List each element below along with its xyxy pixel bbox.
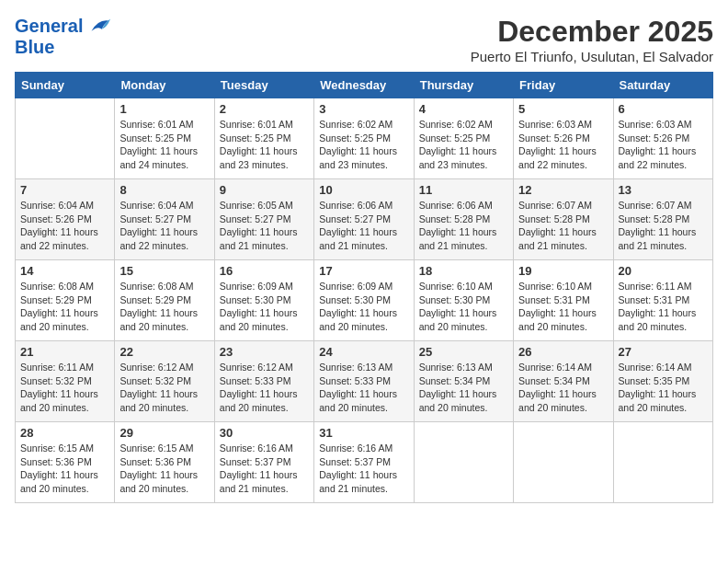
day-number: 24 — [319, 345, 408, 359]
day-number: 3 — [319, 102, 408, 116]
cell-content: Sunrise: 6:11 AM Sunset: 5:31 PM Dayligh… — [619, 280, 708, 334]
calendar-cell: 12Sunrise: 6:07 AM Sunset: 5:28 PM Dayli… — [514, 179, 613, 260]
day-number: 10 — [319, 183, 408, 197]
day-number: 19 — [518, 264, 608, 278]
calendar-cell: 30Sunrise: 6:16 AM Sunset: 5:37 PM Dayli… — [214, 422, 313, 503]
cell-content: Sunrise: 6:01 AM Sunset: 5:25 PM Dayligh… — [119, 118, 209, 172]
calendar-cell: 6Sunrise: 6:03 AM Sunset: 5:26 PM Daylig… — [613, 98, 712, 179]
day-number: 4 — [419, 102, 508, 116]
page-header: General Blue December 2025 Puerto El Tri… — [15, 15, 713, 64]
cell-content: Sunrise: 6:12 AM Sunset: 5:32 PM Dayligh… — [119, 361, 209, 415]
day-number: 12 — [518, 183, 608, 197]
calendar-cell: 27Sunrise: 6:14 AM Sunset: 5:35 PM Dayli… — [613, 341, 712, 422]
calendar-cell: 24Sunrise: 6:13 AM Sunset: 5:33 PM Dayli… — [314, 341, 414, 422]
cell-content: Sunrise: 6:05 AM Sunset: 5:27 PM Dayligh… — [220, 199, 309, 253]
location-subtitle: Puerto El Triunfo, Usulutan, El Salvador — [471, 49, 713, 64]
cell-content: Sunrise: 6:07 AM Sunset: 5:28 PM Dayligh… — [518, 199, 608, 253]
calendar-cell: 17Sunrise: 6:09 AM Sunset: 5:30 PM Dayli… — [314, 260, 414, 341]
day-number: 9 — [220, 183, 309, 197]
day-number: 21 — [20, 345, 109, 359]
day-header-wednesday: Wednesday — [314, 73, 414, 98]
cell-content: Sunrise: 6:06 AM Sunset: 5:27 PM Dayligh… — [319, 199, 408, 253]
calendar-cell: 1Sunrise: 6:01 AM Sunset: 5:25 PM Daylig… — [115, 98, 214, 179]
cell-content: Sunrise: 6:08 AM Sunset: 5:29 PM Dayligh… — [20, 280, 109, 334]
day-number: 30 — [220, 426, 309, 440]
calendar-cell: 20Sunrise: 6:11 AM Sunset: 5:31 PM Dayli… — [613, 260, 712, 341]
day-number: 29 — [119, 426, 209, 440]
day-number: 15 — [119, 264, 209, 278]
calendar-cell — [16, 98, 115, 179]
logo-blue: Blue — [15, 37, 112, 57]
cell-content: Sunrise: 6:10 AM Sunset: 5:30 PM Dayligh… — [419, 280, 508, 334]
calendar-cell: 22Sunrise: 6:12 AM Sunset: 5:32 PM Dayli… — [115, 341, 214, 422]
calendar-week-row: 7Sunrise: 6:04 AM Sunset: 5:26 PM Daylig… — [16, 179, 713, 260]
calendar-cell: 23Sunrise: 6:12 AM Sunset: 5:33 PM Dayli… — [214, 341, 313, 422]
cell-content: Sunrise: 6:09 AM Sunset: 5:30 PM Dayligh… — [220, 280, 309, 334]
calendar-week-row: 21Sunrise: 6:11 AM Sunset: 5:32 PM Dayli… — [16, 341, 713, 422]
calendar-cell: 14Sunrise: 6:08 AM Sunset: 5:29 PM Dayli… — [16, 260, 115, 341]
calendar-cell: 5Sunrise: 6:03 AM Sunset: 5:26 PM Daylig… — [514, 98, 613, 179]
cell-content: Sunrise: 6:13 AM Sunset: 5:33 PM Dayligh… — [319, 361, 408, 415]
cell-content: Sunrise: 6:15 AM Sunset: 5:36 PM Dayligh… — [119, 442, 209, 496]
day-header-thursday: Thursday — [414, 73, 513, 98]
calendar-cell: 2Sunrise: 6:01 AM Sunset: 5:25 PM Daylig… — [214, 98, 313, 179]
cell-content: Sunrise: 6:03 AM Sunset: 5:26 PM Dayligh… — [619, 118, 708, 172]
day-number: 17 — [319, 264, 408, 278]
cell-content: Sunrise: 6:02 AM Sunset: 5:25 PM Dayligh… — [319, 118, 408, 172]
day-header-tuesday: Tuesday — [214, 73, 313, 98]
day-number: 2 — [220, 102, 309, 116]
title-block: December 2025 Puerto El Triunfo, Usuluta… — [471, 15, 713, 64]
cell-content: Sunrise: 6:04 AM Sunset: 5:27 PM Dayligh… — [119, 199, 209, 253]
day-number: 27 — [619, 345, 708, 359]
calendar-cell: 8Sunrise: 6:04 AM Sunset: 5:27 PM Daylig… — [115, 179, 214, 260]
day-number: 6 — [619, 102, 708, 116]
calendar-cell: 29Sunrise: 6:15 AM Sunset: 5:36 PM Dayli… — [115, 422, 214, 503]
logo: General Blue — [15, 15, 112, 57]
calendar-week-row: 28Sunrise: 6:15 AM Sunset: 5:36 PM Dayli… — [16, 422, 713, 503]
calendar-cell — [514, 422, 613, 503]
day-number: 14 — [20, 264, 109, 278]
day-number: 16 — [220, 264, 309, 278]
day-number: 7 — [20, 183, 109, 197]
cell-content: Sunrise: 6:06 AM Sunset: 5:28 PM Dayligh… — [419, 199, 508, 253]
day-header-sunday: Sunday — [16, 73, 115, 98]
calendar-cell: 4Sunrise: 6:02 AM Sunset: 5:25 PM Daylig… — [414, 98, 513, 179]
cell-content: Sunrise: 6:15 AM Sunset: 5:36 PM Dayligh… — [20, 442, 109, 496]
calendar-cell: 28Sunrise: 6:15 AM Sunset: 5:36 PM Dayli… — [16, 422, 115, 503]
day-header-friday: Friday — [514, 73, 613, 98]
cell-content: Sunrise: 6:12 AM Sunset: 5:33 PM Dayligh… — [220, 361, 309, 415]
calendar-cell: 9Sunrise: 6:05 AM Sunset: 5:27 PM Daylig… — [214, 179, 313, 260]
calendar-cell: 18Sunrise: 6:10 AM Sunset: 5:30 PM Dayli… — [414, 260, 513, 341]
calendar-header-row: SundayMondayTuesdayWednesdayThursdayFrid… — [16, 73, 713, 98]
cell-content: Sunrise: 6:04 AM Sunset: 5:26 PM Dayligh… — [20, 199, 109, 253]
calendar-cell: 15Sunrise: 6:08 AM Sunset: 5:29 PM Dayli… — [115, 260, 214, 341]
day-header-saturday: Saturday — [613, 73, 712, 98]
day-number: 18 — [419, 264, 508, 278]
calendar-cell — [414, 422, 513, 503]
calendar-week-row: 1Sunrise: 6:01 AM Sunset: 5:25 PM Daylig… — [16, 98, 713, 179]
day-number: 11 — [419, 183, 508, 197]
day-number: 31 — [319, 426, 408, 440]
calendar-cell — [613, 422, 712, 503]
day-number: 22 — [119, 345, 209, 359]
day-header-monday: Monday — [115, 73, 214, 98]
calendar-cell: 3Sunrise: 6:02 AM Sunset: 5:25 PM Daylig… — [314, 98, 414, 179]
day-number: 13 — [619, 183, 708, 197]
cell-content: Sunrise: 6:13 AM Sunset: 5:34 PM Dayligh… — [419, 361, 508, 415]
month-title: December 2025 — [471, 15, 713, 49]
logo-bird-icon — [85, 15, 112, 37]
calendar-cell: 13Sunrise: 6:07 AM Sunset: 5:28 PM Dayli… — [613, 179, 712, 260]
cell-content: Sunrise: 6:10 AM Sunset: 5:31 PM Dayligh… — [518, 280, 608, 334]
calendar-cell: 25Sunrise: 6:13 AM Sunset: 5:34 PM Dayli… — [414, 341, 513, 422]
calendar-cell: 26Sunrise: 6:14 AM Sunset: 5:34 PM Dayli… — [514, 341, 613, 422]
day-number: 25 — [419, 345, 508, 359]
cell-content: Sunrise: 6:07 AM Sunset: 5:28 PM Dayligh… — [619, 199, 708, 253]
day-number: 5 — [518, 102, 608, 116]
logo-general: General — [15, 16, 83, 36]
calendar-week-row: 14Sunrise: 6:08 AM Sunset: 5:29 PM Dayli… — [16, 260, 713, 341]
cell-content: Sunrise: 6:14 AM Sunset: 5:35 PM Dayligh… — [619, 361, 708, 415]
cell-content: Sunrise: 6:11 AM Sunset: 5:32 PM Dayligh… — [20, 361, 109, 415]
day-number: 1 — [119, 102, 209, 116]
calendar-cell: 16Sunrise: 6:09 AM Sunset: 5:30 PM Dayli… — [214, 260, 313, 341]
day-number: 8 — [119, 183, 209, 197]
